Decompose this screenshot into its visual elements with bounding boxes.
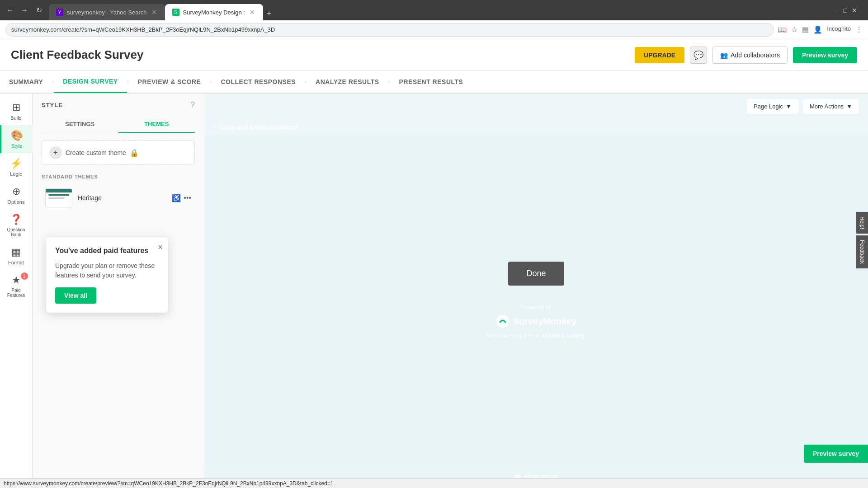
- powered-by-text: Powered by: [521, 304, 552, 310]
- question-bank-icon: ❓: [10, 214, 22, 225]
- add-theme-icon: +: [49, 146, 62, 159]
- panel-help-icon[interactable]: ?: [191, 101, 195, 109]
- reload-button[interactable]: ↻: [33, 4, 45, 17]
- sidebar: ⊞ Build 🎨 Style ⚡ Logic ⊕ Options ❓ Ques…: [0, 94, 33, 488]
- preview-survey-button-bottom[interactable]: Preview survey: [804, 445, 868, 463]
- nav-summary[interactable]: SUMMARY: [0, 70, 52, 93]
- reader-mode-icon[interactable]: 📖: [778, 25, 787, 34]
- new-tab-button[interactable]: +: [263, 7, 275, 20]
- sidebar-item-build[interactable]: ⊞ Build: [0, 97, 33, 125]
- status-url: https://www.surveymonkey.com/create/prev…: [4, 480, 333, 487]
- chevron-down-icon: ▼: [786, 103, 792, 110]
- browser-tab-sm[interactable]: S SurveyMonkey Design : ✕: [165, 4, 263, 20]
- nav-collect-responses[interactable]: COLLECT RESPONSES: [212, 70, 305, 93]
- copy-paste-link[interactable]: Copy and paste questions: [219, 123, 298, 131]
- browser-tabs: Y surveymonkey - Yahoo Search ✕ S Survey…: [49, 0, 829, 20]
- bookmark-icon[interactable]: ☆: [791, 25, 797, 34]
- app-header: Client Feedback Survey UPGRADE 💬 👥 Add c…: [0, 39, 868, 71]
- sidebar-label-style: Style: [11, 143, 22, 149]
- tab-title-sm: SurveyMonkey Design :: [183, 9, 245, 16]
- nav-design-survey[interactable]: DESIGN SURVEY: [54, 70, 127, 93]
- sm-logo-svg: [495, 314, 510, 328]
- add-collaborators-button[interactable]: 👥 Add collaborators: [712, 47, 788, 64]
- forward-button[interactable]: →: [18, 4, 31, 17]
- theme-heritage[interactable]: Heritage ♿ •••: [42, 185, 195, 211]
- upgrade-button[interactable]: UPGRADE: [635, 47, 684, 63]
- create-survey-link[interactable]: create a survey: [542, 332, 585, 339]
- sidebar-item-style[interactable]: 🎨 Style: [0, 125, 33, 153]
- extensions-icon[interactable]: ⋮: [855, 25, 863, 34]
- incognito-label: Incognito: [827, 25, 851, 34]
- main-layout: ⊞ Build 🎨 Style ⚡ Logic ⊕ Options ❓ Ques…: [0, 94, 868, 488]
- options-icon: ⊕: [12, 186, 20, 197]
- popup-title: You've added paid features: [55, 246, 159, 256]
- sidebar-toggle-icon[interactable]: ▤: [802, 25, 809, 34]
- content-toolbar: Page Logic ▼ More Actions ▼: [204, 94, 868, 119]
- accessibility-icon[interactable]: ♿: [172, 194, 181, 202]
- minimize-button[interactable]: —: [833, 7, 839, 14]
- popup-body: Upgrade your plan or remove these featur…: [55, 261, 159, 280]
- browser-tab-yahoo[interactable]: Y surveymonkey - Yahoo Search ✕: [49, 4, 165, 20]
- survey-title: Client Feedback Survey: [11, 48, 626, 62]
- logic-icon: ⚡: [10, 158, 22, 169]
- copy-paste-bullet: •: [213, 123, 216, 131]
- back-button[interactable]: ←: [4, 4, 16, 17]
- maximize-button[interactable]: □: [844, 7, 847, 14]
- done-button[interactable]: Done: [508, 262, 564, 286]
- theme-section: + Create custom theme 🔒 STANDARD THEMES …: [33, 133, 204, 218]
- address-bar-row: surveymonkey.com/create/?sm=qWCeo19KXH3H…: [0, 20, 868, 39]
- sm-favicon: S: [172, 9, 179, 16]
- sidebar-item-format[interactable]: ▦ Format: [0, 242, 33, 270]
- sidebar-item-paid-wrapper: ★ Paid Features 1: [0, 270, 33, 302]
- build-icon: ⊞: [12, 102, 20, 113]
- browser-nav: ← → ↻: [4, 4, 45, 17]
- panel-title: STYLE: [42, 102, 63, 108]
- theme-thumb-header: [46, 189, 72, 192]
- svg-point-0: [496, 315, 509, 328]
- sidebar-item-question-bank[interactable]: ❓ Question Bank: [0, 209, 33, 242]
- sidebar-label-build: Build: [10, 115, 21, 121]
- theme-thumb-line1: [48, 194, 69, 196]
- feedback-button[interactable]: Feedback: [856, 235, 868, 268]
- sm-brand-text: SurveyMonkey: [513, 316, 576, 327]
- lock-icon: 🔒: [130, 149, 139, 157]
- survey-area: Done Powered by SurveyMonkey See how eas…: [204, 135, 868, 465]
- powered-by-section: Powered by SurveyMonkey See how easy it …: [485, 304, 587, 339]
- yahoo-favicon: Y: [56, 9, 63, 16]
- nav-preview-score[interactable]: PREVIEW & SCORE: [129, 70, 210, 93]
- more-actions-button[interactable]: More Actions ▼: [803, 99, 859, 114]
- create-custom-theme-button[interactable]: + Create custom theme 🔒: [42, 141, 195, 165]
- account-icon[interactable]: 👤: [813, 25, 822, 34]
- close-tab-yahoo[interactable]: ✕: [151, 8, 158, 17]
- tab-themes[interactable]: THEMES: [118, 116, 195, 133]
- paid-features-popup: × You've added paid features Upgrade you…: [46, 237, 168, 313]
- standard-themes-label: STANDARD THEMES: [42, 174, 195, 179]
- sidebar-label-paid: Paid Features: [3, 288, 30, 298]
- theme-thumbnail: [45, 188, 72, 207]
- sidebar-item-logic[interactable]: ⚡ Logic: [0, 153, 33, 181]
- style-icon: 🎨: [11, 130, 23, 141]
- nav-present-results[interactable]: PRESENT RESULTS: [390, 70, 472, 93]
- close-tab-sm[interactable]: ✕: [249, 8, 256, 17]
- comment-button[interactable]: 💬: [690, 47, 707, 64]
- tab-title-yahoo: surveymonkey - Yahoo Search: [67, 9, 147, 16]
- left-panel: STYLE ? SETTINGS THEMES + Create custom …: [33, 94, 204, 488]
- popup-close-button[interactable]: ×: [158, 243, 163, 252]
- url-text: surveymonkey.com/create/?sm=qWCeo19KXH3H…: [11, 26, 275, 33]
- tab-settings[interactable]: SETTINGS: [42, 116, 118, 133]
- sidebar-label-question-bank: Question Bank: [3, 227, 30, 237]
- browser-chrome: ← → ↻ Y surveymonkey - Yahoo Search ✕ S …: [0, 0, 868, 20]
- theme-more-icon[interactable]: •••: [184, 194, 191, 202]
- panel-tabs: SETTINGS THEMES: [42, 116, 195, 133]
- sidebar-item-options[interactable]: ⊕ Options: [0, 181, 33, 209]
- right-float-buttons: Help! Feedback: [856, 212, 868, 268]
- help-button[interactable]: Help!: [856, 212, 868, 234]
- address-bar[interactable]: surveymonkey.com/create/?sm=qWCeo19KXH3H…: [5, 23, 774, 37]
- view-all-button[interactable]: View all: [55, 287, 96, 304]
- close-browser-button[interactable]: ✕: [852, 7, 857, 14]
- more-actions-chevron-icon: ▼: [846, 103, 852, 110]
- page-logic-button[interactable]: Page Logic ▼: [747, 99, 798, 114]
- nav-analyze-results[interactable]: ANALYZE RESULTS: [307, 70, 388, 93]
- copy-paste-bar: • Copy and paste questions: [204, 119, 868, 135]
- preview-survey-button-header[interactable]: Preview survey: [793, 47, 857, 63]
